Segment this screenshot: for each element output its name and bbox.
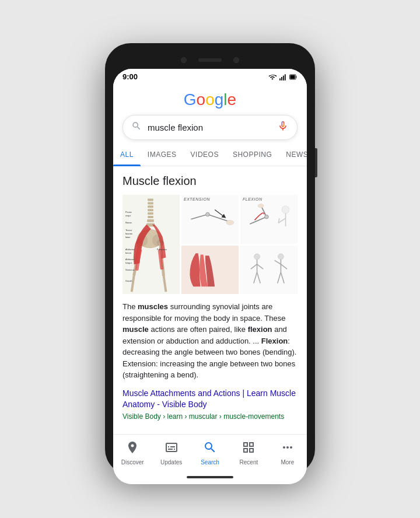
tab-shopping[interactable]: SHOPPING	[226, 146, 279, 166]
nav-discover[interactable]: Discover	[113, 438, 152, 468]
tab-images[interactable]: IMAGES	[141, 146, 184, 166]
discover-icon	[125, 440, 139, 458]
svg-rect-10	[148, 212, 153, 215]
result-url: Visible Body › learn › muscular › muscle…	[123, 412, 298, 421]
svg-rect-1	[281, 77, 282, 80]
svg-line-50	[251, 264, 257, 268]
signal-icon	[279, 73, 287, 81]
svg-line-53	[257, 272, 261, 283]
result-link[interactable]: Muscle Attachments and Actions | Learn M…	[123, 388, 298, 421]
svg-rect-7	[148, 202, 153, 204]
svg-text:Sartorius: Sartorius	[125, 268, 135, 271]
home-indicator	[113, 470, 307, 484]
front-camera	[181, 57, 187, 63]
speaker	[198, 58, 222, 62]
svg-line-36	[191, 215, 208, 219]
status-time: 9:00	[123, 72, 138, 81]
logo-o2: o	[205, 90, 215, 108]
svg-line-59	[281, 272, 284, 283]
muscle-detail-image[interactable]	[181, 246, 239, 295]
logo-o1: o	[197, 90, 206, 108]
google-logo: Google	[184, 90, 236, 109]
svg-line-56	[275, 260, 281, 264]
search-label: Search	[201, 459, 219, 466]
svg-line-34	[164, 276, 166, 292]
nav-recent[interactable]: Recent	[229, 438, 268, 468]
logo-g2: g	[215, 90, 224, 108]
svg-line-40	[250, 217, 267, 224]
phone-frame: 9:00	[105, 43, 315, 475]
recent-icon	[242, 440, 256, 458]
body-figure-image[interactable]	[240, 246, 298, 295]
svg-point-48	[254, 253, 260, 259]
search-icon	[131, 121, 142, 134]
svg-text:Adductor: Adductor	[125, 248, 135, 251]
svg-point-38	[206, 212, 210, 216]
svg-text:Adductor: Adductor	[125, 258, 135, 261]
svg-rect-2	[283, 75, 284, 80]
svg-line-57	[281, 264, 287, 268]
svg-text:Iliacus: Iliacus	[125, 221, 132, 224]
svg-line-37	[208, 215, 229, 222]
svg-rect-5	[290, 75, 295, 78]
sensor	[233, 57, 239, 63]
svg-rect-11	[148, 216, 153, 218]
svg-point-54	[278, 253, 284, 259]
mic-icon[interactable]	[277, 120, 289, 135]
svg-line-51	[257, 264, 264, 268]
extension-label: Extension	[184, 197, 210, 201]
updates-label: Updates	[160, 459, 182, 466]
svg-text:brevis: brevis	[125, 251, 131, 254]
flexion-label: Flexion	[243, 197, 262, 201]
svg-rect-9	[148, 209, 153, 211]
svg-text:Psoas: Psoas	[125, 211, 132, 214]
svg-point-44	[282, 206, 289, 214]
tab-news[interactable]: NEWS	[279, 146, 307, 166]
nav-more[interactable]: More	[268, 438, 307, 468]
svg-text:fasciae: fasciae	[125, 232, 132, 235]
result-title[interactable]: Muscle Attachments and Actions | Learn M…	[123, 388, 298, 411]
anatomy-image[interactable]: Psoas major Iliacus Tensor fasciae latae…	[123, 195, 180, 294]
svg-rect-3	[285, 74, 286, 80]
bottom-nav: Discover Updates Search	[113, 434, 307, 470]
tab-all[interactable]: ALL	[113, 146, 141, 166]
svg-text:Tensor: Tensor	[125, 229, 132, 232]
nav-updates[interactable]: Updates	[152, 438, 190, 468]
panel-title: Muscle flexion	[123, 174, 298, 188]
updates-icon	[164, 440, 178, 458]
google-header: Google	[113, 85, 307, 146]
svg-line-52	[254, 272, 257, 283]
svg-line-33	[132, 276, 134, 292]
logo-e: e	[228, 90, 237, 108]
svg-text:Gracilis: Gracilis	[125, 279, 133, 282]
svg-point-39	[226, 220, 234, 225]
svg-rect-12	[147, 219, 154, 222]
svg-line-58	[278, 272, 281, 283]
image-grid: Psoas major Iliacus Tensor fasciae latae…	[123, 195, 298, 294]
phone-top-bar	[113, 51, 307, 69]
svg-text:latae: latae	[125, 236, 130, 239]
svg-text:major: major	[125, 214, 131, 217]
phone-screen: 9:00	[113, 69, 307, 484]
svg-text:Pectineus: Pectineus	[157, 248, 167, 251]
panel-description: The muscles surrounding synovial joints …	[123, 301, 298, 381]
search-bar[interactable]	[123, 115, 298, 140]
main-content: Muscle flexion	[113, 166, 307, 434]
svg-text:longus: longus	[125, 261, 132, 264]
volume-button	[315, 148, 317, 177]
extension-image[interactable]: Extension	[181, 195, 239, 244]
flexion-image[interactable]: Flexion	[240, 195, 298, 244]
tab-bar: ALL IMAGES VIDEOS SHOPPING NEWS M	[113, 146, 307, 166]
tab-videos[interactable]: VIDEOS	[184, 146, 226, 166]
recent-label: Recent	[240, 459, 258, 466]
svg-rect-8	[148, 205, 153, 208]
search-input[interactable]	[148, 123, 271, 132]
nav-search[interactable]: Search	[191, 438, 229, 468]
discover-label: Discover	[121, 459, 144, 466]
svg-rect-0	[279, 78, 281, 80]
svg-point-43	[258, 204, 264, 208]
wifi-icon	[268, 73, 276, 81]
svg-rect-6	[148, 199, 153, 201]
status-bar: 9:00	[113, 69, 307, 85]
status-icons	[268, 73, 298, 81]
